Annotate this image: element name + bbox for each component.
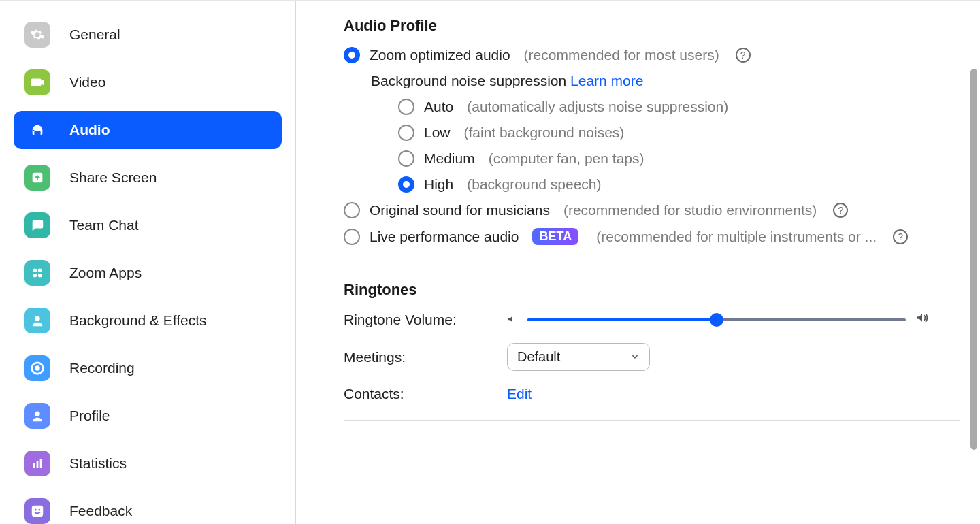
section-divider bbox=[344, 420, 960, 421]
svg-point-7 bbox=[35, 365, 39, 370]
sidebar-item-team-chat[interactable]: Team Chat bbox=[14, 206, 282, 244]
gear-icon bbox=[24, 22, 50, 48]
sidebar-item-recording[interactable]: Recording bbox=[14, 349, 282, 387]
section-divider bbox=[344, 263, 960, 263]
help-icon[interactable]: ? bbox=[893, 229, 908, 244]
noise-suppression-group: Background noise suppression Learn moreA… bbox=[371, 73, 980, 193]
scrollbar-thumb[interactable] bbox=[970, 69, 977, 450]
share-icon bbox=[24, 165, 50, 191]
sidebar-item-label: Feedback bbox=[69, 503, 132, 519]
radio-button[interactable] bbox=[344, 47, 360, 63]
svg-point-4 bbox=[38, 274, 42, 278]
sidebar-item-label: Video bbox=[69, 74, 105, 91]
sidebar-item-label: Background & Effects bbox=[69, 312, 207, 329]
settings-content: Audio Profile Zoom optimized audio(recom… bbox=[296, 1, 980, 524]
svg-point-13 bbox=[35, 509, 37, 511]
option-label: Auto bbox=[424, 99, 453, 115]
sidebar-item-statistics[interactable]: Statistics bbox=[14, 444, 282, 482]
option-hint: (background speech) bbox=[467, 176, 601, 193]
sidebar-item-video[interactable]: Video bbox=[14, 63, 282, 101]
audio-profile-options: Zoom optimized audio(recommended for mos… bbox=[344, 47, 980, 245]
svg-rect-11 bbox=[40, 459, 42, 468]
audio-profile-option[interactable]: Original sound for musicians(recommended… bbox=[344, 202, 980, 218]
sidebar-item-background-effects[interactable]: Background & Effects bbox=[14, 301, 282, 340]
person-icon bbox=[24, 308, 50, 333]
chat-icon bbox=[24, 212, 50, 238]
noise-suppression-title: Background noise suppression bbox=[371, 73, 566, 88]
noise-suppression-option[interactable]: High(background speech) bbox=[398, 176, 980, 193]
chevron-down-icon bbox=[630, 349, 640, 365]
sidebar-item-label: Statistics bbox=[69, 455, 127, 472]
sidebar-item-feedback[interactable]: Feedback bbox=[14, 492, 282, 524]
radio-button[interactable] bbox=[398, 125, 414, 141]
svg-rect-9 bbox=[33, 463, 35, 468]
sidebar-item-label: Profile bbox=[69, 408, 110, 424]
sidebar-item-label: General bbox=[69, 27, 120, 43]
option-label: Medium bbox=[424, 150, 475, 167]
camera-icon bbox=[24, 69, 50, 95]
svg-point-1 bbox=[33, 269, 37, 273]
radio-button[interactable] bbox=[398, 176, 414, 193]
radio-button[interactable] bbox=[398, 99, 414, 115]
sidebar-item-general[interactable]: General bbox=[14, 16, 282, 54]
beta-badge: BETA bbox=[532, 228, 578, 245]
ringtones-title: Ringtones bbox=[344, 281, 980, 299]
svg-rect-10 bbox=[37, 461, 39, 468]
option-label: Zoom optimized audio bbox=[370, 47, 510, 63]
apps-icon bbox=[24, 260, 50, 286]
svg-point-14 bbox=[38, 509, 40, 511]
headphones-icon bbox=[24, 117, 50, 143]
ringtone-volume-slider[interactable] bbox=[527, 312, 906, 328]
sidebar-item-label: Audio bbox=[69, 122, 110, 138]
speaker-high-icon bbox=[915, 311, 929, 328]
sidebar-item-audio[interactable]: Audio bbox=[14, 111, 282, 149]
radio-button[interactable] bbox=[344, 202, 360, 218]
option-label: Low bbox=[424, 125, 451, 141]
sidebar-item-zoom-apps[interactable]: Zoom Apps bbox=[14, 254, 282, 292]
ringtone-volume-label: Ringtone Volume: bbox=[344, 312, 507, 328]
option-label: High bbox=[424, 176, 453, 193]
svg-point-3 bbox=[33, 274, 37, 278]
option-hint: (recommended for studio environments) bbox=[564, 202, 817, 218]
noise-suppression-option[interactable]: Auto(automatically adjusts noise suppres… bbox=[398, 99, 980, 115]
option-hint: (computer fan, pen taps) bbox=[489, 150, 644, 167]
radio-button[interactable] bbox=[344, 229, 360, 245]
meetings-ringtone-select[interactable]: Default bbox=[507, 343, 650, 371]
record-icon bbox=[24, 355, 50, 381]
noise-suppression-option[interactable]: Medium(computer fan, pen taps) bbox=[398, 150, 980, 167]
contacts-ringtone-label: Contacts: bbox=[344, 386, 507, 402]
ringtone-volume-row: Ringtone Volume: bbox=[344, 311, 980, 328]
content-scrollbar[interactable] bbox=[969, 1, 977, 524]
profile-icon bbox=[24, 403, 50, 429]
radio-button[interactable] bbox=[398, 150, 414, 167]
audio-profile-option[interactable]: Zoom optimized audio(recommended for mos… bbox=[344, 47, 980, 63]
sidebar-item-share-screen[interactable]: Share Screen bbox=[14, 159, 282, 197]
sidebar-item-label: Zoom Apps bbox=[69, 265, 142, 281]
meetings-ringtone-label: Meetings: bbox=[344, 349, 507, 365]
option-hint: (recommended for most users) bbox=[524, 47, 719, 63]
ringtone-volume-slider-wrap bbox=[507, 311, 929, 328]
sidebar-item-profile[interactable]: Profile bbox=[14, 397, 282, 435]
audio-profile-option[interactable]: Live performance audioBETA(recommended f… bbox=[344, 228, 980, 245]
noise-suppression-title-row: Background noise suppression Learn more bbox=[371, 73, 980, 89]
speaker-low-icon bbox=[507, 312, 518, 328]
app-window: GeneralVideoAudioShare ScreenTeam ChatZo… bbox=[0, 0, 980, 524]
help-icon[interactable]: ? bbox=[736, 48, 751, 63]
noise-suppression-option[interactable]: Low(faint background noises) bbox=[398, 125, 980, 141]
sidebar-item-label: Recording bbox=[69, 360, 135, 376]
option-hint: (faint background noises) bbox=[464, 125, 625, 141]
sidebar-item-label: Share Screen bbox=[69, 169, 157, 186]
meetings-ringtone-row: Meetings: Default bbox=[344, 343, 980, 371]
smile-icon bbox=[24, 498, 50, 524]
option-label: Original sound for musicians bbox=[370, 202, 550, 218]
svg-point-8 bbox=[35, 412, 39, 416]
meetings-ringtone-value: Default bbox=[517, 349, 560, 365]
option-label: Live performance audio bbox=[370, 229, 519, 245]
learn-more-link[interactable]: Learn more bbox=[570, 73, 643, 88]
sidebar-item-label: Team Chat bbox=[69, 217, 139, 233]
contacts-edit-link[interactable]: Edit bbox=[507, 386, 532, 402]
help-icon[interactable]: ? bbox=[833, 203, 848, 218]
contacts-ringtone-row: Contacts: Edit bbox=[344, 386, 980, 402]
svg-point-2 bbox=[38, 269, 42, 273]
stats-icon bbox=[24, 451, 50, 476]
